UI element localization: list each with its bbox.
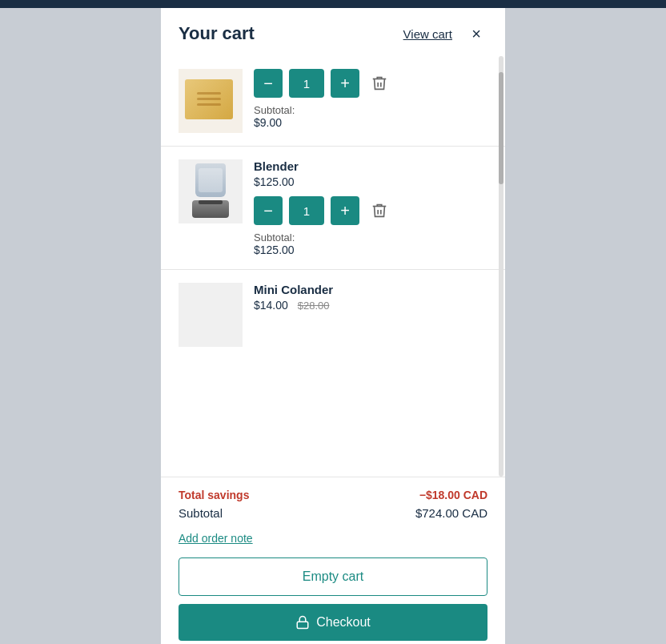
quantity-input[interactable]	[289, 196, 324, 225]
cracker-line	[197, 103, 221, 106]
blender-base	[192, 200, 229, 218]
crackers-visual	[185, 79, 237, 123]
item-name-colander: Mini Colander	[254, 283, 487, 296]
cart-panel: Your cart View cart ×	[161, 8, 505, 644]
cart-item: Mini Colander $14.00 $28.00	[161, 270, 505, 360]
savings-row: Total savings −$18.00 CAD	[179, 489, 487, 501]
quantity-row: − +	[254, 69, 487, 98]
item-image-crackers	[179, 69, 243, 133]
cart-body: − + Subtotal: $9.00	[161, 56, 505, 477]
lock-icon	[295, 615, 310, 630]
savings-value: −$18.00 CAD	[419, 489, 487, 501]
decrease-quantity-button[interactable]: −	[254, 196, 283, 225]
original-price: $28.00	[298, 300, 330, 312]
subtotal-label-1: Subtotal:	[254, 104, 487, 116]
delete-item-button[interactable]	[371, 202, 388, 219]
quantity-input[interactable]	[289, 69, 324, 98]
scrollbar-thumb[interactable]	[499, 72, 504, 184]
decrease-quantity-button[interactable]: −	[254, 69, 283, 98]
item-details: Blender $125.00 − +	[254, 159, 487, 256]
item-image-colander	[179, 283, 243, 347]
cart-item: Blender $125.00 − +	[161, 147, 505, 270]
delete-item-button[interactable]	[371, 74, 388, 92]
checkout-button[interactable]: Checkout	[179, 604, 487, 641]
scrollbar-track[interactable]	[499, 56, 504, 477]
cart-footer: Total savings −$18.00 CAD Subtotal $724.…	[161, 477, 505, 644]
cart-header-right: View cart ×	[403, 22, 487, 45]
add-order-note-button[interactable]: Add order note	[179, 532, 253, 545]
increase-quantity-button[interactable]: +	[331, 69, 359, 98]
subtotal-label: Subtotal	[179, 506, 223, 520]
subtotal-value-1: $9.00	[254, 116, 487, 129]
subtotal-value: $724.00 CAD	[415, 506, 487, 520]
sale-price: $14.00	[254, 299, 288, 312]
cracker-line	[197, 92, 221, 95]
quantity-row: − +	[254, 196, 487, 225]
item-price-colander: $14.00 $28.00	[254, 299, 487, 312]
item-name-blender: Blender	[254, 159, 487, 173]
svg-rect-0	[297, 622, 308, 628]
checkout-label: Checkout	[316, 615, 371, 630]
cart-header: Your cart View cart ×	[161, 8, 505, 56]
top-bar	[0, 0, 666, 8]
subtotal-value-2: $125.00	[254, 244, 487, 256]
view-cart-link[interactable]: View cart	[403, 27, 452, 41]
item-details: − + Subtotal: $9.00	[254, 69, 487, 129]
close-button[interactable]: ×	[465, 22, 487, 45]
trash-icon	[371, 74, 388, 92]
cracker-box	[185, 79, 233, 119]
cart-title: Your cart	[179, 23, 255, 44]
cart-item: − + Subtotal: $9.00	[161, 56, 505, 147]
item-price-blender: $125.00	[254, 175, 487, 188]
empty-cart-button[interactable]: Empty cart	[179, 557, 487, 596]
subtotal-label-2: Subtotal:	[254, 231, 487, 244]
item-image-blender	[179, 159, 243, 223]
cracker-lines	[197, 92, 221, 106]
cracker-line	[197, 98, 221, 100]
item-details: Mini Colander $14.00 $28.00	[254, 283, 487, 320]
blender-visual	[189, 163, 233, 219]
increase-quantity-button[interactable]: +	[331, 196, 359, 225]
blender-jar	[195, 163, 226, 197]
subtotal-row: Subtotal $724.00 CAD	[179, 506, 487, 520]
savings-label: Total savings	[179, 489, 249, 501]
trash-icon	[371, 202, 388, 219]
